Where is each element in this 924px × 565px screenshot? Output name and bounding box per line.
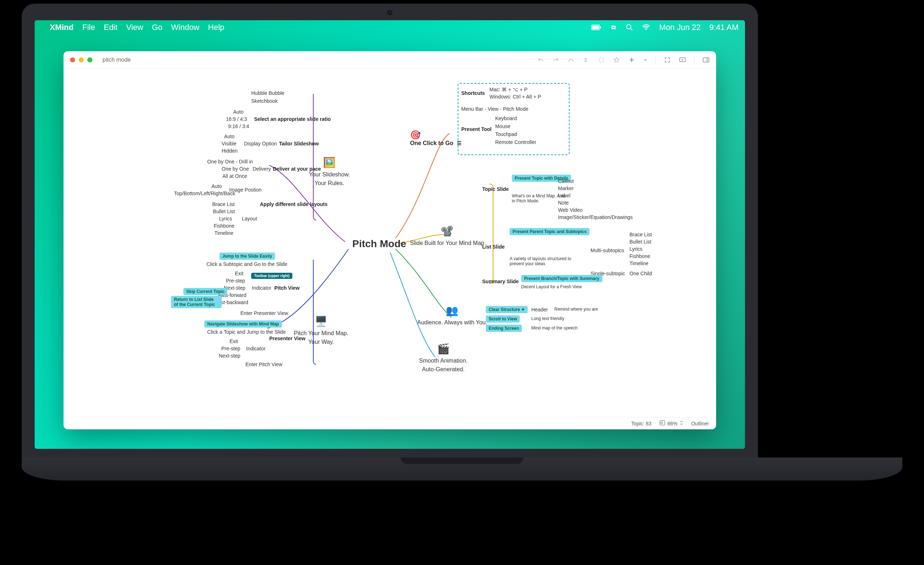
present-keyboard[interactable]: Keyboard xyxy=(495,115,517,121)
spotlight-icon[interactable] xyxy=(626,24,633,31)
pitch-view[interactable]: Pitch View xyxy=(274,285,300,291)
layout-timeline[interactable]: Timeline xyxy=(214,230,233,236)
menu-window[interactable]: Window xyxy=(171,23,199,32)
present-tool[interactable]: Present Tool xyxy=(461,126,492,132)
ending-tag[interactable]: Ending Screen xyxy=(486,325,522,332)
layout-lyrics[interactable]: Lyrics xyxy=(219,216,232,222)
battery-icon[interactable] xyxy=(591,24,602,30)
skip-tag[interactable]: Skip Current Topic xyxy=(183,288,227,295)
sketchbook[interactable]: Sketchbook xyxy=(251,98,278,104)
summary-sub[interactable]: Decent Layout for a Fresh View xyxy=(521,284,582,289)
pitch-prestep[interactable]: Pre-step xyxy=(226,278,245,283)
disp-hidden[interactable]: Hidden xyxy=(222,148,237,154)
multi-bullet[interactable]: Bullet List xyxy=(630,239,651,244)
menu-file[interactable]: File xyxy=(82,23,95,32)
scroll-tag[interactable]: Scroll to View xyxy=(486,315,520,322)
return-tag[interactable]: Return to List Slide of the Current Topi… xyxy=(171,296,222,308)
ending-sub[interactable]: Mind map of the speech xyxy=(531,325,578,330)
disp-auto[interactable]: Auto xyxy=(224,133,235,139)
summary-slide[interactable]: Summary Slide xyxy=(482,279,519,284)
zoom-stepper-icon[interactable] xyxy=(680,420,683,427)
enter-presenter[interactable]: Enter Presenter View xyxy=(240,310,288,316)
menubar-date[interactable]: Mon Jun 22 xyxy=(659,23,700,32)
header-label[interactable]: Header xyxy=(531,307,548,312)
scroll-sub[interactable]: Long text friendly xyxy=(531,316,564,321)
multi-lyrics[interactable]: Lyrics xyxy=(630,246,642,252)
menu-edit[interactable]: Edit xyxy=(104,23,117,32)
display-option[interactable]: Display Option xyxy=(244,141,277,147)
pres-nextstep[interactable]: Next-step xyxy=(219,353,240,359)
menu-help[interactable]: Help xyxy=(208,23,224,32)
menubar-time[interactable]: 9:41 AM xyxy=(709,23,738,32)
tailor-slideshow[interactable]: Tailor Slideshow xyxy=(279,141,319,147)
enter-pitch[interactable]: Enter Pitch View xyxy=(245,361,282,367)
multi[interactable]: Multi-subtopics xyxy=(591,247,624,253)
image-sticker[interactable]: Image/Sticker/Equation/Drawings xyxy=(558,214,633,220)
menu-bar-path[interactable]: Menu Bar - View - Pitch Mode xyxy=(461,106,528,112)
toolbar-tag[interactable]: Toolbar (upper right) xyxy=(251,273,292,279)
layout-brace[interactable]: Brace List xyxy=(212,201,235,207)
slide-built[interactable]: 📽️ Slide Built for Your Mind Map xyxy=(410,224,484,247)
zoom-control[interactable]: 66% xyxy=(659,420,683,427)
shortcut-win[interactable]: Windows: Ctrl + Alt + P xyxy=(489,94,541,100)
menu-go[interactable]: Go xyxy=(152,23,162,32)
note[interactable]: Note xyxy=(558,200,569,206)
imgpos-label[interactable]: Image Postion xyxy=(229,187,262,193)
shortcuts[interactable]: Shortcuts xyxy=(461,90,485,96)
layout-fishbone[interactable]: Fishbone xyxy=(214,223,235,229)
multi-brace[interactable]: Brace List xyxy=(630,232,652,237)
hubble-bubble[interactable]: Hubble Bubble xyxy=(251,90,284,96)
header-sub[interactable]: Remind where you are xyxy=(554,307,598,312)
imgpos-auto[interactable]: Auto xyxy=(212,183,222,189)
relationship-icon[interactable] xyxy=(567,56,574,63)
wifi-icon[interactable] xyxy=(642,24,650,31)
list-slide[interactable]: List Slide xyxy=(482,244,505,250)
redo-icon[interactable] xyxy=(552,56,560,63)
pitch-exit[interactable]: Exit xyxy=(235,271,243,276)
present-remote[interactable]: Remote Controller xyxy=(495,139,536,145)
presenter-view[interactable]: Presenter View xyxy=(269,336,305,341)
nav-sub[interactable]: Click a Topic and Jump to the Slide xyxy=(207,329,286,335)
pres-indicator[interactable]: Indicator xyxy=(246,346,266,351)
one-click[interactable]: 🎯 One Click to Go ☰ xyxy=(410,130,462,147)
summary-icon[interactable] xyxy=(582,56,590,63)
delivery[interactable]: Delivery xyxy=(253,166,271,172)
window-close-button[interactable] xyxy=(70,57,75,62)
window-minimize-button[interactable] xyxy=(79,57,84,62)
ratio-169[interactable]: 16:9 / 4:3 xyxy=(226,116,247,122)
control-center-icon[interactable] xyxy=(610,24,617,31)
present-mouse[interactable]: Mouse xyxy=(495,123,510,129)
jump-sub[interactable]: Click a Subtopic and Go to the Slide xyxy=(207,261,287,267)
deliver-label[interactable]: Deliver at your pace xyxy=(273,166,321,172)
clear-tag[interactable]: Clear Structure ✦ xyxy=(486,306,528,313)
nav-tag[interactable]: Navigate Slideshow with Mind Map xyxy=(204,321,282,328)
web-video[interactable]: Web Video xyxy=(558,207,582,213)
window-maximize-button[interactable] xyxy=(87,57,92,62)
list-variety[interactable]: A variety of layouts structured to prese… xyxy=(510,256,578,266)
ratio-916[interactable]: 9:16 / 3:4 xyxy=(228,123,249,129)
layout-mid[interactable]: Layout xyxy=(242,216,257,222)
multi-timeline[interactable]: Timeline xyxy=(630,261,648,266)
undo-icon[interactable] xyxy=(537,56,544,63)
imgpos-tblr[interactable]: Top/Bottom/Left/Right/Back xyxy=(174,190,236,196)
ratio-auto[interactable]: Auto xyxy=(233,109,244,115)
label[interactable]: Label xyxy=(558,193,570,198)
pitch-icon[interactable] xyxy=(679,56,686,63)
deliver-one[interactable]: One by One xyxy=(222,166,249,172)
single-one-child[interactable]: One Child xyxy=(630,271,652,276)
pres-exit[interactable]: Exit xyxy=(230,339,238,344)
smooth-anim[interactable]: 🎬 Smooth Animation. Auto-Generated. xyxy=(419,341,467,374)
multi-fishbone[interactable]: Fishbone xyxy=(630,253,650,259)
jump-tag[interactable]: Jump to the Slide Easily xyxy=(219,253,275,260)
audience[interactable]: 👥 Audience. Always with You. xyxy=(417,303,487,327)
indicator[interactable]: Indicator xyxy=(252,285,272,291)
menu-view[interactable]: View xyxy=(126,23,143,32)
callout[interactable]: Callout xyxy=(558,178,574,184)
marker[interactable]: Marker xyxy=(558,186,574,191)
menubar-app-name[interactable]: XMind xyxy=(50,23,74,32)
summary-tag[interactable]: Present Branch/Topic with Summary xyxy=(521,275,602,282)
fit-map-icon[interactable] xyxy=(659,420,665,426)
deliver-drill[interactable]: One by One - Drill in xyxy=(207,159,253,165)
boundary-icon[interactable] xyxy=(598,56,605,63)
central-topic[interactable]: Pitch Mode xyxy=(352,238,406,250)
